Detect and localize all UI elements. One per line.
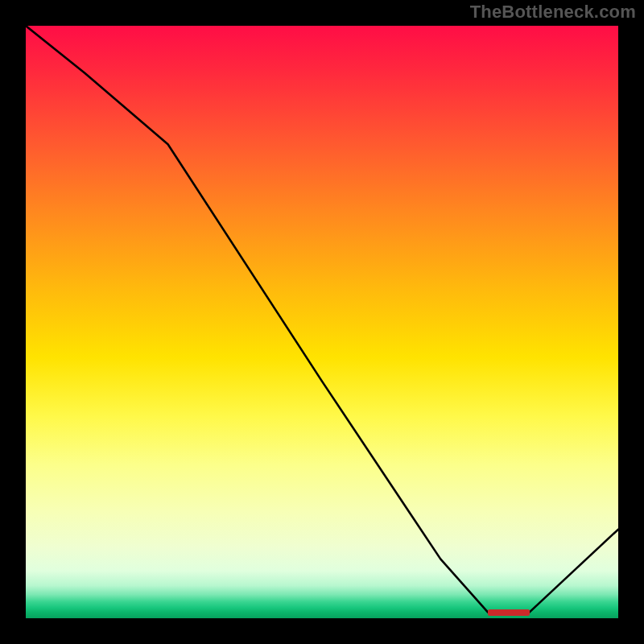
curve-path [26, 26, 618, 613]
watermark-label: TheBottleneck.com [470, 2, 636, 23]
bottleneck-curve [26, 26, 618, 618]
chart-container: TheBottleneck.com [0, 0, 644, 644]
plot-area [26, 26, 618, 618]
optimum-band-marker [488, 609, 530, 616]
